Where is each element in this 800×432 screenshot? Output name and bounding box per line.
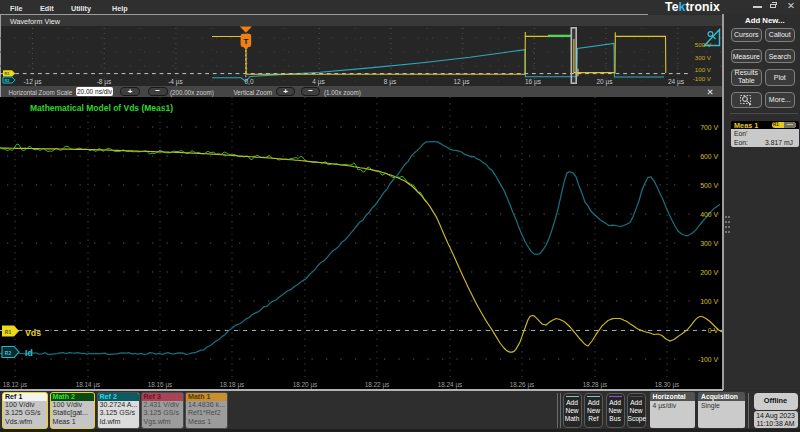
svg-text:20 µs: 20 µs [596, 78, 613, 86]
svg-text:0 V: 0 V [708, 327, 719, 334]
svg-text:500 V: 500 V [695, 41, 712, 48]
svg-text:Id: Id [25, 348, 33, 358]
svg-text:16 µs: 16 µs [525, 78, 542, 86]
svg-text:R1: R1 [5, 71, 11, 76]
svg-text:18.12 µs: 18.12 µs [3, 381, 28, 389]
svg-text:R1: R1 [5, 329, 12, 335]
svg-text:0,0: 0,0 [244, 78, 253, 85]
svg-text:-8 µs: -8 µs [97, 78, 112, 86]
svg-text:400 V: 400 V [700, 211, 718, 218]
svg-text:18.22 µs: 18.22 µs [365, 381, 390, 389]
svg-text:18.30 µs: 18.30 µs [655, 381, 680, 389]
svg-text:600 V: 600 V [700, 153, 718, 160]
svg-text:R2: R2 [5, 350, 12, 356]
svg-text:18.24 µs: 18.24 µs [438, 381, 463, 389]
svg-text:18.14 µs: 18.14 µs [76, 381, 101, 389]
svg-text:100 V: 100 V [700, 298, 718, 305]
svg-text:R2: R2 [5, 78, 11, 83]
svg-text:700 V: 700 V [700, 124, 718, 131]
svg-text:300 V: 300 V [695, 54, 712, 61]
svg-text:300 V: 300 V [700, 240, 718, 247]
svg-text:8 µs: 8 µs [384, 78, 397, 86]
svg-text:200 V: 200 V [700, 269, 718, 276]
svg-text:18.28 µs: 18.28 µs [583, 381, 608, 389]
svg-text:T: T [243, 37, 248, 46]
svg-text:-4 µs: -4 µs [168, 78, 183, 86]
svg-text:-100 V: -100 V [698, 356, 718, 363]
svg-text:Vds: Vds [25, 328, 41, 338]
svg-text:18.18 µs: 18.18 µs [220, 381, 245, 389]
svg-text:18.26 µs: 18.26 µs [510, 381, 535, 389]
svg-text:12 µs: 12 µs [453, 78, 470, 86]
svg-text:500 V: 500 V [700, 182, 718, 189]
svg-text:4 µs: 4 µs [312, 78, 325, 86]
svg-text:Mathematical Model of Vds (Mea: Mathematical Model of Vds (Meas1) [30, 103, 173, 113]
svg-text:-12 µs: -12 µs [23, 78, 42, 86]
svg-text:18.20 µs: 18.20 µs [293, 381, 318, 389]
svg-text:24 µs: 24 µs [668, 78, 685, 86]
svg-text:100 V: 100 V [695, 66, 712, 73]
svg-text:-100 V: -100 V [693, 75, 712, 82]
svg-text:18.16 µs: 18.16 µs [148, 381, 173, 389]
